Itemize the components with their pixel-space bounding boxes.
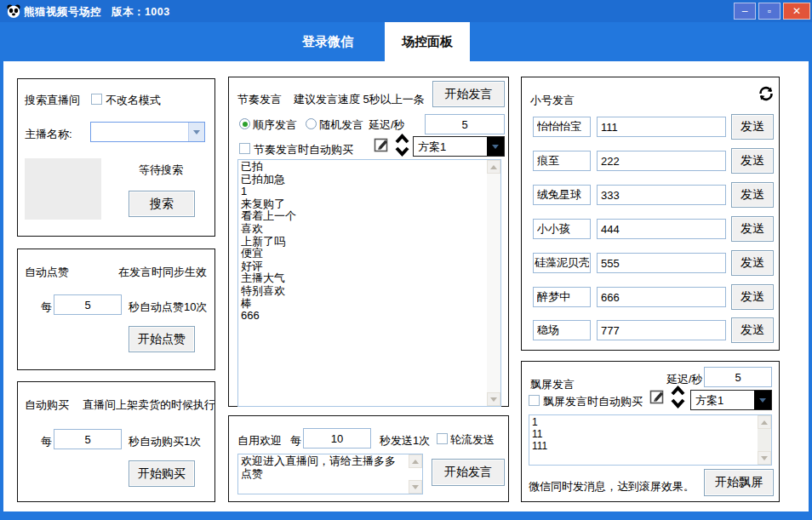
chevron-down-icon — [759, 398, 766, 403]
rhythm-hint: 建议发言速度 5秒以上一条 — [294, 92, 425, 107]
auto-buy-title: 自动购买 — [25, 397, 69, 413]
close-icon: ✕ — [792, 5, 801, 17]
plan-up-down-icon[interactable] — [671, 386, 685, 409]
rhythm-plan-dropdown-button[interactable] — [487, 137, 504, 156]
scroll-up-button[interactable] — [487, 160, 500, 174]
rhythm-title: 节奏发言 — [237, 92, 282, 107]
no-rename-checkbox[interactable] — [91, 94, 102, 105]
float-start-button[interactable]: 开始飘屏 — [704, 469, 774, 496]
chevron-down-icon — [193, 130, 200, 134]
triangle-down-icon — [490, 397, 497, 402]
auto-like-group: 自动点赞 在发言时同步生效 每 秒自动点赞10次 开始点赞 — [17, 249, 215, 370]
welcome-every-label: 每 — [290, 433, 301, 449]
rhythm-start-button[interactable]: 开始发言 — [432, 81, 505, 107]
auto-buy-interval-input[interactable] — [54, 429, 122, 449]
rhythm-messages-textarea[interactable]: 已拍 已拍加急 1 来复购了 看着上一个 喜欢 上新了吗 便宜 好评 主播大气 … — [238, 160, 486, 406]
auto-buy-suffix: 秒自动购买1次 — [129, 434, 201, 449]
maximize-button[interactable]: ▫ — [758, 3, 781, 20]
scroll-down-button[interactable] — [758, 451, 771, 465]
triangle-up-icon — [761, 420, 768, 425]
send-button[interactable]: 发送 — [731, 216, 774, 242]
account-message-input[interactable] — [597, 219, 726, 239]
sequential-radio[interactable] — [239, 118, 250, 129]
send-button[interactable]: 发送 — [731, 182, 774, 208]
welcome-start-button[interactable]: 开始发言 — [432, 459, 505, 486]
sequential-radio-label: 顺序发言 — [253, 117, 297, 133]
search-status-text: 等待搜索 — [139, 163, 183, 178]
triangle-down-icon — [761, 456, 768, 460]
rhythm-scrollbar[interactable] — [487, 160, 500, 406]
float-messages-wrap: 1 11 111 — [529, 414, 772, 466]
welcome-message-textarea[interactable]: 欢迎进入直播间，请给主播多多点赞 — [238, 454, 408, 494]
account-name-input[interactable] — [533, 117, 591, 137]
auto-like-suffix: 秒自动点赞10次 — [129, 300, 207, 315]
float-plan-value: 方案1 — [695, 393, 723, 409]
account-message-input[interactable] — [597, 117, 726, 137]
rhythm-speech-group: 节奏发言 建议发言速度 5秒以上一条 开始发言 顺序发言 随机发言 延迟/秒 节… — [228, 77, 509, 407]
auto-like-hint: 在发言时同步生效 — [118, 265, 207, 280]
room-preview-placeholder — [25, 158, 101, 220]
account-message-input[interactable] — [597, 253, 726, 273]
account-name-input[interactable] — [533, 320, 591, 340]
tab-control-panel[interactable]: 场控面板 — [385, 22, 470, 61]
account-name-input[interactable] — [533, 287, 591, 307]
start-like-button[interactable]: 开始点赞 — [129, 326, 195, 352]
anchor-name-label: 主播名称: — [25, 127, 72, 142]
account-name-input[interactable] — [533, 253, 591, 273]
welcome-scrollbar[interactable] — [409, 454, 422, 494]
welcome-interval-input[interactable] — [303, 428, 371, 449]
account-name-input[interactable] — [533, 151, 591, 171]
scroll-down-button[interactable] — [487, 392, 500, 406]
triangle-up-icon — [412, 460, 419, 464]
welcome-suffix: 秒发送1次 — [380, 433, 430, 449]
account-name-input[interactable] — [533, 185, 591, 205]
scroll-up-button[interactable] — [758, 415, 771, 429]
plan-up-down-icon[interactable] — [395, 134, 409, 157]
send-button[interactable]: 发送 — [731, 317, 774, 343]
anchor-name-combobox[interactable] — [90, 122, 205, 142]
send-button[interactable]: 发送 — [731, 114, 774, 140]
rhythm-plan-dropdown[interactable]: 方案1 — [413, 136, 505, 157]
minimize-button[interactable]: – — [734, 3, 756, 20]
rhythm-delay-input[interactable] — [425, 114, 505, 134]
send-button[interactable]: 发送 — [731, 284, 774, 310]
auto-like-every-label: 每 — [41, 300, 52, 315]
welcome-group: 自用欢迎 每 秒发送1次 轮流发送 欢迎进入直播间，请给主播多多点赞 开始发言 — [228, 415, 509, 502]
account-message-input[interactable] — [597, 320, 726, 340]
tab-login-wechat[interactable]: 登录微信 — [281, 22, 375, 61]
send-button[interactable]: 发送 — [731, 250, 774, 276]
edit-plan-icon[interactable] — [649, 388, 666, 405]
edit-plan-icon[interactable] — [374, 136, 391, 153]
window-title: 熊猫视频号场控 版本：1003 — [24, 5, 170, 20]
float-plan-dropdown[interactable]: 方案1 — [690, 390, 772, 410]
account-name-input[interactable] — [533, 219, 591, 239]
minimize-icon: – — [742, 5, 748, 17]
rhythm-plan-value: 方案1 — [418, 140, 446, 155]
panda-logo-icon — [6, 3, 21, 19]
refresh-icon[interactable] — [757, 84, 775, 103]
float-title: 飘屏发言 — [530, 377, 575, 392]
float-scrollbar[interactable] — [758, 415, 771, 465]
auto-like-interval-input[interactable] — [54, 294, 122, 315]
send-button[interactable]: 发送 — [731, 148, 774, 174]
start-buy-button[interactable]: 开始购买 — [129, 460, 195, 487]
scroll-down-button[interactable] — [409, 480, 422, 494]
float-auto-buy-checkbox[interactable] — [529, 395, 540, 406]
search-button[interactable]: 搜索 — [129, 191, 195, 217]
close-button[interactable]: ✕ — [783, 3, 810, 20]
random-radio-label: 随机发言 — [319, 117, 363, 133]
app-title: 熊猫视频号场控 — [24, 6, 101, 18]
scroll-up-button[interactable] — [409, 454, 422, 468]
alt-account-title: 小号发言 — [530, 93, 575, 108]
random-radio[interactable] — [306, 118, 317, 129]
float-delay-input[interactable] — [704, 367, 772, 387]
rotate-send-checkbox[interactable] — [437, 433, 448, 444]
auto-buy-every-label: 每 — [41, 434, 52, 449]
account-message-input[interactable] — [597, 185, 726, 205]
rhythm-auto-buy-checkbox[interactable] — [239, 143, 250, 154]
account-message-input[interactable] — [597, 151, 726, 171]
float-messages-textarea[interactable]: 1 11 111 — [529, 415, 757, 465]
combobox-dropdown-button[interactable] — [188, 123, 204, 141]
float-plan-dropdown-button[interactable] — [754, 391, 771, 409]
account-message-input[interactable] — [597, 287, 726, 307]
